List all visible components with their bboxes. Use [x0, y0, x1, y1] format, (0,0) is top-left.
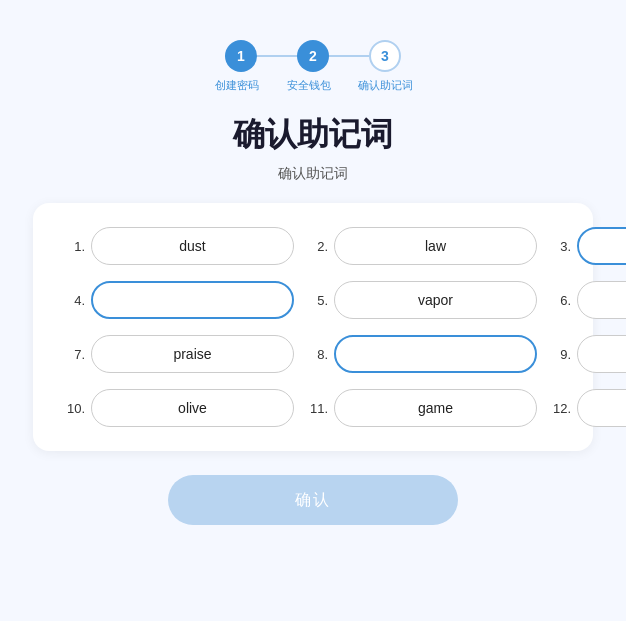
word-input-6[interactable] [577, 281, 626, 319]
word-item-3: 3. [549, 227, 626, 265]
word-number-11: 11. [306, 401, 328, 416]
step-label-1: 创建密码 [201, 78, 273, 93]
word-input-1[interactable] [91, 227, 294, 265]
word-item-5: 5. [306, 281, 537, 319]
word-number-2: 2. [306, 239, 328, 254]
word-item-2: 2. [306, 227, 537, 265]
step-label-2: 安全钱包 [273, 78, 345, 93]
word-input-2[interactable] [334, 227, 537, 265]
word-number-12: 12. [549, 401, 571, 416]
word-input-8[interactable] [334, 335, 537, 373]
word-input-10[interactable] [91, 389, 294, 427]
word-item-1: 1. [63, 227, 294, 265]
word-item-11: 11. [306, 389, 537, 427]
step-line-1 [257, 55, 297, 57]
word-input-5[interactable] [334, 281, 537, 319]
word-item-4: 4. [63, 281, 294, 319]
word-grid: 1.2.3.4.5.6.7.8.9.10.11.12. [63, 227, 563, 427]
step-2-circle: 2 [297, 40, 329, 72]
step-labels: 创建密码 安全钱包 确认助记词 [201, 78, 425, 93]
word-item-8: 8. [306, 335, 537, 373]
step-label-3: 确认助记词 [345, 78, 425, 93]
word-number-7: 7. [63, 347, 85, 362]
word-number-10: 10. [63, 401, 85, 416]
word-grid-card: 1.2.3.4.5.6.7.8.9.10.11.12. [33, 203, 593, 451]
word-number-8: 8. [306, 347, 328, 362]
word-input-12[interactable] [577, 389, 626, 427]
word-number-3: 3. [549, 239, 571, 254]
word-item-10: 10. [63, 389, 294, 427]
confirm-button[interactable]: 确认 [168, 475, 458, 525]
stepper: 1 2 3 [225, 40, 401, 72]
main-title: 确认助记词 [233, 113, 393, 157]
word-input-7[interactable] [91, 335, 294, 373]
word-number-9: 9. [549, 347, 571, 362]
word-item-12: 12. [549, 389, 626, 427]
word-number-1: 1. [63, 239, 85, 254]
word-input-11[interactable] [334, 389, 537, 427]
word-input-3[interactable] [577, 227, 626, 265]
page-container: 1 2 3 创建密码 安全钱包 确认助记词 确认助记词 确认助记词 1.2.3.… [0, 0, 626, 621]
word-number-5: 5. [306, 293, 328, 308]
word-input-4[interactable] [91, 281, 294, 319]
word-number-6: 6. [549, 293, 571, 308]
word-number-4: 4. [63, 293, 85, 308]
step-1-circle: 1 [225, 40, 257, 72]
step-line-2 [329, 55, 369, 57]
step-3-circle: 3 [369, 40, 401, 72]
word-input-9[interactable] [577, 335, 626, 373]
word-item-7: 7. [63, 335, 294, 373]
word-item-6: 6. [549, 281, 626, 319]
sub-title: 确认助记词 [278, 165, 348, 183]
word-item-9: 9. [549, 335, 626, 373]
